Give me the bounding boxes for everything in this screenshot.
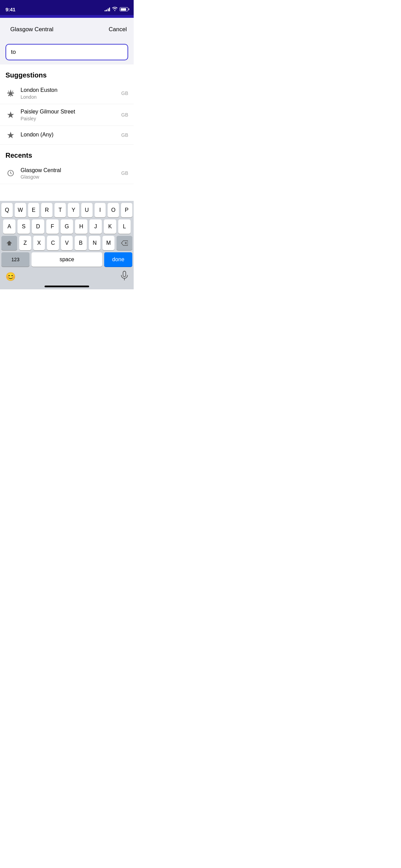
content-area: Suggestions London Euston London GB Pais… [0,64,134,184]
keyboard-row-1: Q W E R T Y U I O P [0,201,134,217]
cancel-button[interactable]: Cancel [107,23,128,36]
key-a[interactable]: A [3,219,15,234]
battery-icon [120,7,128,11]
key-j[interactable]: J [89,219,102,234]
keyboard-bottom-row: 123 space done [0,250,134,268]
delete-key[interactable] [117,236,132,250]
key-g[interactable]: G [61,219,73,234]
sparkle-icon-paisley [5,110,16,120]
suggestion-text-london-any: London (Any) [21,131,119,138]
emoji-button[interactable]: 😊 [5,272,16,281]
suggestion-item-london-any[interactable]: London (Any) GB [0,126,134,145]
key-e[interactable]: E [28,203,39,217]
key-k[interactable]: K [104,219,116,234]
status-time: 9:41 [5,7,15,12]
svg-rect-1 [123,271,126,277]
key-y[interactable]: Y [68,203,79,217]
suggestion-text-paisley: Paisley Gilmour Street Paisley [21,108,119,121]
search-area: Glasgow Central Cancel [0,18,134,41]
sparkle-icon-london-any [5,130,16,140]
key-u[interactable]: U [81,203,93,217]
to-search-input[interactable] [5,44,128,60]
suggestion-name: Paisley Gilmour Street [21,108,119,116]
suggestion-country: GB [121,112,128,118]
purple-strip [0,15,134,18]
clock-icon-glasgow [5,168,16,178]
from-station-label: Glasgow Central [5,22,103,37]
microphone-button[interactable] [121,271,128,282]
suggestion-country: GB [121,132,128,138]
key-x[interactable]: X [33,236,45,250]
suggestion-text-glasgow: Glasgow Central Glasgow [21,167,119,180]
key-c[interactable]: C [47,236,59,250]
space-key[interactable]: space [32,252,102,267]
shift-key[interactable] [1,236,17,250]
keyboard: Q W E R T Y U I O P A S D F G H J K L Z … [0,201,134,289]
suggestion-sub: Glasgow [21,174,119,180]
key-n[interactable]: N [89,236,101,250]
key-v[interactable]: V [61,236,73,250]
home-indicator [45,286,89,287]
suggestion-name: Glasgow Central [21,167,119,174]
suggestion-item-london-euston[interactable]: London Euston London GB [0,83,134,104]
number-key[interactable]: 123 [1,252,29,267]
key-r[interactable]: R [41,203,52,217]
suggestion-country: GB [121,170,128,176]
key-b[interactable]: B [75,236,87,250]
signal-bars-icon [105,8,110,11]
keyboard-extras: 😊 [0,268,134,289]
suggestion-text-london-euston: London Euston London [21,87,119,100]
keyboard-row-2: A S D F G H J K L [0,217,134,234]
keyboard-row-3: Z X C V B N M [0,234,134,250]
status-icons [105,7,129,12]
done-key[interactable]: done [104,252,132,267]
key-h[interactable]: H [75,219,87,234]
suggestion-country: GB [121,91,128,96]
status-bar: 9:41 [0,0,134,15]
key-z[interactable]: Z [19,236,31,250]
key-m[interactable]: M [102,236,114,250]
key-f[interactable]: F [46,219,59,234]
suggestion-sub: Paisley [21,116,119,121]
recents-header: Recents [0,145,134,163]
key-t[interactable]: T [54,203,66,217]
key-d[interactable]: D [32,219,44,234]
suggestion-sub: London [21,94,119,100]
key-q[interactable]: Q [1,203,13,217]
suggestion-item-paisley[interactable]: Paisley Gilmour Street Paisley GB [0,104,134,126]
key-o[interactable]: O [108,203,119,217]
suggestion-name: London Euston [21,87,119,94]
key-p[interactable]: P [121,203,132,217]
to-field-container [0,41,134,64]
recent-item-glasgow-central[interactable]: Glasgow Central Glasgow GB [0,163,134,184]
key-w[interactable]: W [15,203,26,217]
suggestions-header: Suggestions [0,64,134,83]
key-s[interactable]: S [17,219,30,234]
suggestion-name: London (Any) [21,131,119,138]
key-l[interactable]: L [118,219,131,234]
sparkle-icon-london-euston [5,88,16,98]
key-i[interactable]: I [95,203,106,217]
wifi-icon [112,7,118,12]
